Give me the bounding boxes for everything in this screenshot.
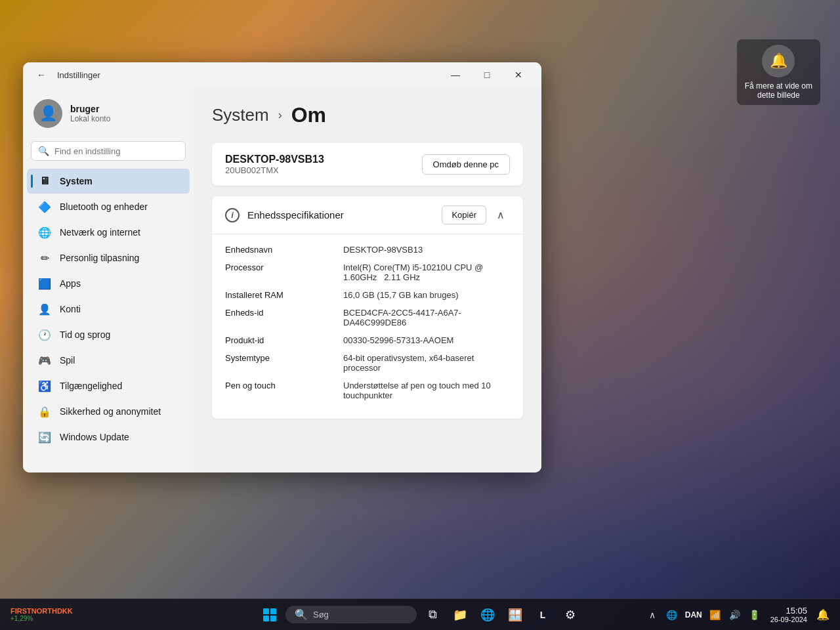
taskbar-left: FIRSTNORTHDKK +1,29% <box>0 604 78 625</box>
notification-widget[interactable]: 🔔 Få mere at vide om dette billede <box>737 39 820 105</box>
taskbar-right: ∧ 🌐 DAN 📶 🔊 🔋 15:05 26-09-2024 🔔 <box>643 604 840 625</box>
sidebar-label-network: Netværk og internet <box>60 227 140 238</box>
sidebar-item-apps[interactable]: 🟦 Apps <box>27 271 190 296</box>
spec-row-devicename: Enhedsnavn DESKTOP-98VSB13 <box>225 245 510 255</box>
sidebar-item-accounts[interactable]: 👤 Konti <box>27 297 190 322</box>
start-button[interactable] <box>258 603 282 627</box>
window-title: Indstillinger <box>57 70 100 80</box>
apps-icon: 🟦 <box>37 276 52 291</box>
user-section: 👤 bruger Lokal konto <box>23 93 194 138</box>
accessibility-icon: ♿ <box>37 379 52 393</box>
back-button[interactable]: ← <box>31 64 52 85</box>
spec-label-processor: Processor <box>225 262 343 282</box>
minimize-button[interactable]: — <box>440 64 471 85</box>
stock-change: +1,29% <box>10 615 33 622</box>
close-button[interactable]: ✕ <box>503 64 534 85</box>
notification-line2: dette billede <box>745 91 812 100</box>
search-icon: 🔍 <box>38 146 49 156</box>
stock-name: FIRSTNORTHDKK <box>10 607 73 615</box>
pc-card: DESKTOP-98VSB13 20UB002TMX Omdøb denne p… <box>212 143 523 186</box>
sidebar: 👤 bruger Lokal konto 🔍 🖥 System 🔷 Blueto… <box>23 87 194 472</box>
spec-row-productid: Produkt-id 00330-52996-57313-AAOEM <box>225 335 510 345</box>
task-view-button[interactable]: ⧉ <box>421 603 444 627</box>
notification-icon: 🔔 <box>762 45 795 77</box>
specs-info-icon: i <box>225 208 240 222</box>
taskbar-search-text: Søg <box>313 610 329 620</box>
tray-expand[interactable]: ∧ <box>643 606 662 624</box>
maximize-button[interactable]: □ <box>472 64 502 85</box>
settings-button[interactable]: ⚙ <box>558 603 582 627</box>
notification-line1: Få mere at vide om <box>745 81 812 91</box>
search-input[interactable] <box>54 146 178 156</box>
sidebar-item-update[interactable]: 🔄 Windows Update <box>27 425 190 450</box>
rename-pc-button[interactable]: Omdøb denne pc <box>422 154 510 175</box>
spec-value-productid: 00330-52996-57313-AAOEM <box>343 335 510 345</box>
clock-date: 26-09-2024 <box>770 616 807 623</box>
spec-value-pentouch: Understøttelse af pen og touch med 10 to… <box>343 381 510 400</box>
update-icon: 🔄 <box>37 430 52 444</box>
privacy-icon: 🔒 <box>37 404 52 419</box>
specs-body: Enhedsnavn DESKTOP-98VSB13 Processor Int… <box>212 234 523 419</box>
gaming-icon: 🎮 <box>37 353 52 368</box>
bluetooth-icon: 🔷 <box>37 200 52 214</box>
spec-label-devicename: Enhedsnavn <box>225 245 343 255</box>
sidebar-label-time: Tid og sprog <box>60 329 110 340</box>
active-indicator <box>31 175 33 188</box>
window-body: 👤 bruger Lokal konto 🔍 🖥 System 🔷 Blueto… <box>23 87 541 472</box>
microsoft-store-button[interactable]: 🪟 <box>503 603 527 627</box>
sidebar-item-gaming[interactable]: 🎮 Spil <box>27 348 190 373</box>
specs-card: i Enhedsspecifikationer Kopiér ∧ Enhedsn… <box>212 196 523 419</box>
pc-model: 20UB002TMX <box>225 165 324 175</box>
specs-title: Enhedsspecifikationer <box>247 209 344 220</box>
search-settings[interactable]: 🔍 <box>31 141 186 161</box>
spec-value-deviceid: BCED4CFA-2CC5-4417-A6A7-DA46C999DE86 <box>343 308 510 327</box>
copy-specs-button[interactable]: Kopiér <box>442 205 486 224</box>
edge-button[interactable]: 🌐 <box>476 603 499 627</box>
sidebar-label-accessibility: Tilgængelighed <box>60 381 122 391</box>
sidebar-item-time[interactable]: 🕐 Tid og sprog <box>27 322 190 347</box>
spec-row-ram: Installeret RAM 16,0 GB (15,7 GB kan bru… <box>225 290 510 300</box>
breadcrumb-system: System <box>212 105 269 125</box>
taskbar-search[interactable]: 🔍 Søg <box>285 606 417 623</box>
sidebar-label-update: Windows Update <box>60 432 129 442</box>
sidebar-item-privacy[interactable]: 🔒 Sikkerhed og anonymitet <box>27 399 190 424</box>
taskbar-center: 🔍 Søg ⧉ 📁 🌐 🪟 L ⚙ <box>258 603 582 627</box>
sys-tray: ∧ 🌐 DAN 📶 🔊 🔋 <box>643 606 764 624</box>
language-indicator[interactable]: DAN <box>682 609 705 621</box>
user-info: bruger Lokal konto <box>70 104 110 123</box>
network-icon: 🌐 <box>37 225 52 240</box>
spec-value-ram: 16,0 GB (15,7 GB kan bruges) <box>343 290 510 300</box>
wifi-tray-icon[interactable]: 📶 <box>706 606 724 624</box>
network-tray-icon[interactable]: 🌐 <box>663 606 681 624</box>
sidebar-label-privacy: Sikkerhed og anonymitet <box>60 406 161 417</box>
volume-tray-icon[interactable]: 🔊 <box>726 606 744 624</box>
battery-tray-icon[interactable]: 🔋 <box>746 606 764 624</box>
specs-actions: Kopiér ∧ <box>442 205 510 224</box>
spec-row-processor: Processor Intel(R) Core(TM) i5-10210U CP… <box>225 262 510 282</box>
sidebar-item-personalization[interactable]: ✏ Personlig tilpasning <box>27 245 190 270</box>
file-explorer-button[interactable]: 📁 <box>448 603 472 627</box>
sidebar-item-system[interactable]: 🖥 System <box>27 169 190 194</box>
collapse-specs-button[interactable]: ∧ <box>492 206 510 224</box>
clock-time: 15:05 <box>786 606 807 616</box>
taskbar: FIRSTNORTHDKK +1,29% 🔍 Søg ⧉ 📁 🌐 🪟 L ⚙ ∧… <box>0 598 840 630</box>
title-bar: ← Indstillinger — □ ✕ <box>23 62 541 87</box>
stock-widget[interactable]: FIRSTNORTHDKK +1,29% <box>5 604 78 625</box>
spec-label-productid: Produkt-id <box>225 335 343 345</box>
spec-label-pentouch: Pen og touch <box>225 381 343 400</box>
system-clock[interactable]: 15:05 26-09-2024 <box>766 604 811 625</box>
lenovo-button[interactable]: L <box>531 603 555 627</box>
spec-row-systemtype: Systemtype 64-bit operativsystem, x64-ba… <box>225 353 510 373</box>
spec-row-pentouch: Pen og touch Understøttelse af pen og to… <box>225 381 510 400</box>
sidebar-label-accounts: Konti <box>60 304 81 314</box>
sidebar-label-apps: Apps <box>60 278 81 289</box>
sidebar-item-bluetooth[interactable]: 🔷 Bluetooth og enheder <box>27 194 190 219</box>
specs-header: i Enhedsspecifikationer Kopiér ∧ <box>212 196 523 234</box>
spec-label-ram: Installeret RAM <box>225 290 343 300</box>
notification-bell[interactable]: 🔔 <box>814 606 832 624</box>
sidebar-item-accessibility[interactable]: ♿ Tilgængelighed <box>27 373 190 398</box>
breadcrumb-arrow: › <box>278 108 282 122</box>
sidebar-item-network[interactable]: 🌐 Netværk og internet <box>27 220 190 245</box>
user-avatar: 👤 <box>33 99 62 128</box>
pc-info: DESKTOP-98VSB13 20UB002TMX <box>225 154 324 175</box>
